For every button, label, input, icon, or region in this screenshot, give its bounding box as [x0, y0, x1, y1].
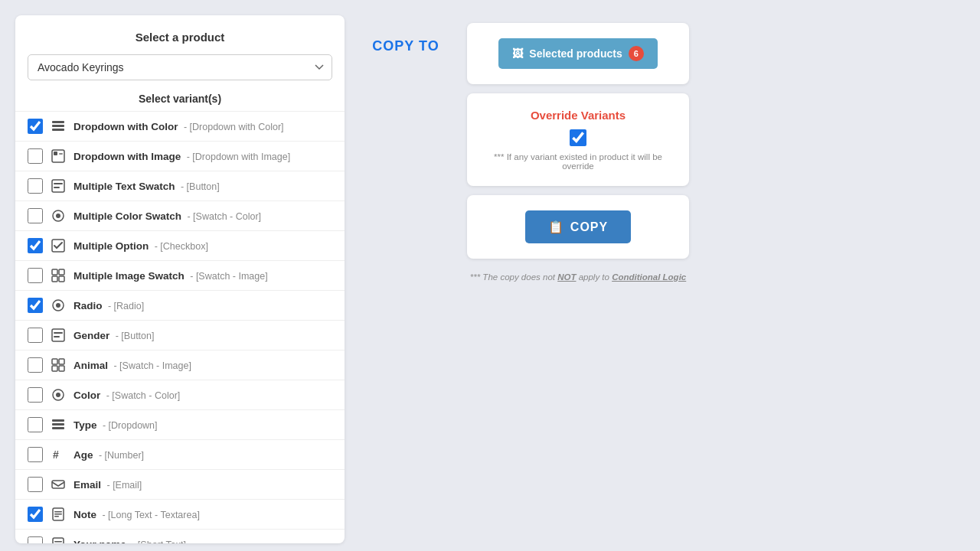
variant-list: Dropdown with Color - [Dropdown with Col…	[15, 111, 345, 543]
variant-checkbox[interactable]	[28, 328, 43, 343]
svg-rect-33	[54, 511, 62, 513]
svg-rect-15	[59, 276, 64, 282]
variant-checkbox[interactable]	[28, 477, 43, 492]
svg-rect-27	[52, 419, 64, 422]
svg-rect-22	[59, 359, 64, 364]
copy-to-label: COPY TO	[372, 38, 439, 54]
variant-icon	[51, 328, 66, 343]
variant-checkbox[interactable]	[28, 148, 43, 164]
variant-name: Radio - [Radio]	[74, 299, 144, 311]
product-select-wrapper: Avocado Keyrings Product B Product C	[15, 54, 345, 80]
variant-name: Dropdown with Color - [Dropdown with Col…	[74, 120, 284, 132]
override-title: Override Variants	[531, 109, 626, 122]
override-checkbox[interactable]	[570, 129, 586, 146]
variant-checkbox[interactable]	[28, 268, 43, 283]
variant-name: Dropdown with Image - [Dropdown with Ima…	[74, 150, 290, 162]
variant-checkbox[interactable]	[28, 507, 43, 522]
variant-name: Multiple Text Swatch - [Button]	[74, 180, 220, 192]
variant-checkbox[interactable]	[28, 447, 43, 462]
svg-point-17	[56, 303, 60, 308]
svg-rect-20	[54, 336, 60, 337]
variant-icon	[51, 507, 66, 522]
variant-name: Multiple Image Swatch - [Swatch - Image]	[74, 269, 268, 282]
svg-rect-8	[54, 187, 60, 188]
svg-rect-6	[52, 180, 64, 192]
svg-rect-19	[54, 332, 63, 334]
svg-rect-29	[52, 427, 64, 429]
svg-rect-14	[52, 276, 57, 282]
variant-item: Your name - [Short Text]	[15, 529, 345, 543]
svg-rect-18	[52, 329, 64, 341]
left-panel: Select a product Avocado Keyrings Produc…	[15, 15, 345, 543]
svg-rect-24	[59, 366, 64, 371]
variant-icon	[51, 268, 66, 283]
variant-name: Gender - [Button]	[74, 329, 154, 341]
variant-item: Note - [Long Text - Textarea]	[15, 499, 345, 529]
variant-icon	[51, 387, 66, 403]
variant-item: Multiple Text Swatch - [Button]	[15, 171, 345, 201]
svg-point-10	[56, 214, 60, 218]
variant-icon	[51, 536, 66, 543]
variant-icon	[51, 148, 66, 164]
selected-products-button[interactable]: 🖼 Selected products 6	[498, 38, 657, 69]
selected-products-label: Selected products	[529, 47, 622, 60]
svg-rect-37	[54, 541, 62, 543]
svg-rect-21	[52, 359, 57, 364]
override-variants-card: Override Variants *** If any variant exi…	[467, 93, 689, 186]
variant-item: Multiple Image Swatch - [Swatch - Image]	[15, 260, 345, 290]
variant-item: Email - [Email]	[15, 469, 345, 499]
variant-checkbox[interactable]	[28, 417, 43, 432]
variant-item: Type - [Dropdown]	[15, 409, 345, 439]
copy-label: COPY	[570, 220, 608, 234]
svg-rect-31	[52, 481, 64, 488]
middle-section: COPY TO	[345, 15, 467, 54]
variant-item: Radio - [Radio]	[15, 290, 345, 320]
variant-icon	[51, 357, 66, 373]
svg-rect-7	[54, 183, 63, 184]
selected-products-card: 🖼 Selected products 6	[467, 23, 689, 84]
svg-rect-35	[54, 516, 59, 517]
variant-name: Note - [Long Text - Textarea]	[74, 508, 200, 520]
variant-item: Dropdown with Image - [Dropdown with Ima…	[15, 141, 345, 171]
variant-checkbox[interactable]	[28, 238, 43, 253]
copy-card: 📋 COPY	[467, 195, 689, 259]
variant-icon	[51, 178, 66, 194]
copy-button[interactable]: 📋 COPY	[525, 210, 631, 243]
variant-checkbox[interactable]	[28, 178, 43, 194]
variant-item: Dropdown with Color - [Dropdown with Col…	[15, 111, 345, 141]
svg-rect-2	[52, 129, 64, 131]
variant-item: Multiple Color Swatch - [Swatch - Color]	[15, 201, 345, 230]
svg-rect-13	[59, 269, 64, 275]
variant-item: #Age - [Number]	[15, 439, 345, 469]
variant-item: Color - [Swatch - Color]	[15, 380, 345, 409]
copy-icon: 📋	[548, 220, 564, 234]
variant-name: Multiple Color Swatch - [Swatch - Color]	[74, 210, 261, 222]
svg-point-26	[56, 393, 60, 397]
variant-name: Your name - [Short Text]	[74, 538, 186, 543]
svg-rect-4	[54, 152, 57, 155]
variant-name: Type - [Dropdown]	[74, 419, 158, 431]
selected-products-icon: 🖼	[512, 47, 523, 60]
svg-rect-34	[54, 514, 62, 515]
override-note: *** If any variant existed in product it…	[479, 152, 677, 171]
variant-checkbox[interactable]	[28, 387, 43, 403]
panel-title: Select a product	[15, 31, 345, 44]
svg-rect-36	[53, 538, 64, 543]
right-panel: 🖼 Selected products 6 Override Variants …	[467, 15, 689, 282]
variant-name: Color - [Swatch - Color]	[74, 389, 180, 401]
svg-rect-1	[52, 125, 64, 127]
variant-checkbox[interactable]	[28, 536, 43, 543]
variant-icon	[51, 417, 66, 432]
svg-rect-5	[59, 153, 63, 155]
product-select[interactable]: Avocado Keyrings Product B Product C	[28, 54, 332, 80]
variant-checkbox[interactable]	[28, 119, 43, 134]
variant-name: Animal - [Swatch - Image]	[74, 359, 191, 371]
svg-rect-12	[52, 269, 57, 275]
copy-disclaimer: *** The copy does not NOT apply to Condi…	[467, 272, 689, 282]
variant-checkbox[interactable]	[28, 298, 43, 313]
variant-checkbox[interactable]	[28, 357, 43, 373]
svg-text:#: #	[53, 448, 59, 461]
svg-rect-0	[52, 121, 64, 123]
variant-checkbox[interactable]	[28, 208, 43, 223]
variant-icon	[51, 238, 66, 253]
